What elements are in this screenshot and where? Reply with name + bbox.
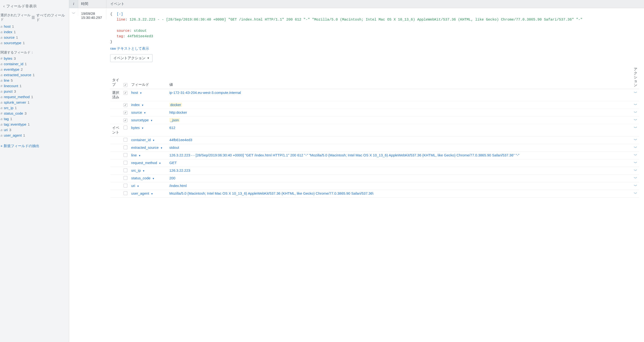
field-value[interactable]: ip-172-31-43-204.eu-west-3.compute.inter…: [169, 91, 241, 95]
field-name-dropdown[interactable]: sourcetype ▼: [131, 118, 153, 122]
sidebar-field-uri[interactable]: auri3: [0, 127, 69, 132]
field-action-dropdown[interactable]: ﹀: [634, 138, 637, 142]
field-checkbox[interactable]: [124, 111, 127, 115]
sidebar-field-index[interactable]: aindex1: [0, 29, 69, 35]
field-name-dropdown[interactable]: uri ▼: [131, 184, 139, 188]
field-name: src_ip: [4, 106, 13, 110]
field-value[interactable]: 126.3.22.223: [169, 168, 190, 173]
field-name-dropdown[interactable]: index ▼: [131, 103, 144, 107]
expand-toggle-icon[interactable]: ﹀: [72, 12, 75, 16]
field-action-dropdown[interactable]: ﹀: [634, 103, 637, 107]
field-value[interactable]: /index.html: [169, 184, 187, 188]
field-action-dropdown[interactable]: ﹀: [634, 161, 637, 165]
field-checkbox[interactable]: [124, 184, 127, 188]
field-action-dropdown[interactable]: ﹀: [634, 176, 637, 180]
field-value[interactable]: 200: [169, 176, 175, 180]
sidebar-field-tag::eventtype[interactable]: atag::eventtype1: [0, 122, 69, 127]
field-count: 1: [12, 24, 14, 29]
field-checkbox[interactable]: [124, 168, 127, 172]
field-checkbox[interactable]: [124, 145, 127, 149]
sidebar-field-request_method[interactable]: arequest_method1: [0, 94, 69, 100]
field-name-dropdown[interactable]: src_ip ▼: [131, 168, 145, 173]
field-name-dropdown[interactable]: bytes ▼: [131, 126, 144, 130]
field-action-dropdown[interactable]: ﹀: [634, 168, 637, 173]
field-checkbox[interactable]: [124, 126, 127, 129]
field-value[interactable]: 126.3.22.223 - - [28/Sep/2019:06:30:40 +…: [169, 153, 519, 157]
json-value-line[interactable]: 126.3.22.223 - - [28/Sep/2019:06:30:40 +…: [130, 18, 582, 22]
sidebar-field-extracted_source[interactable]: aextracted_source1: [0, 72, 69, 78]
field-action-dropdown[interactable]: ﹀: [634, 153, 637, 157]
caret-down-icon: ▼: [142, 169, 145, 172]
field-name: source: [4, 35, 14, 39]
sidebar-field-host[interactable]: ahost1: [0, 24, 69, 29]
field-name-dropdown[interactable]: request_method ▼: [131, 161, 161, 165]
extract-new-field-button[interactable]: + 新規フィールドの抽出: [0, 140, 69, 152]
sidebar-field-linecount[interactable]: #linecount1: [0, 83, 69, 89]
chevron-left-icon: ‹: [3, 4, 4, 8]
field-checkbox[interactable]: [124, 176, 127, 180]
field-count: 3: [9, 128, 11, 132]
all-fields-button[interactable]: ☰ すべてのフィールド: [32, 13, 66, 22]
sidebar-field-source[interactable]: asource1: [0, 35, 69, 40]
json-value-source[interactable]: stdout: [134, 29, 147, 33]
sidebar-field-src_ip[interactable]: asrc_ip1: [0, 105, 69, 111]
field-value[interactable]: GET: [169, 161, 177, 165]
field-count: 1: [10, 117, 12, 121]
field-action-dropdown[interactable]: ﹀: [634, 91, 637, 95]
sidebar-field-container_id[interactable]: acontainer_id1: [0, 61, 69, 67]
json-value-tag[interactable]: 44fb61ee4ed3: [127, 34, 153, 39]
field-checkbox[interactable]: [124, 103, 127, 107]
select-all-checkbox[interactable]: [124, 83, 127, 87]
type-cell: [110, 190, 122, 198]
sidebar-field-user_agent[interactable]: auser_agent1: [0, 132, 69, 138]
table-row: extracted_source ▼stdout﹀: [110, 144, 639, 152]
event-actions-dropdown[interactable]: イベントアクション ▼: [110, 54, 153, 62]
field-value[interactable]: http:docker: [169, 110, 187, 114]
alpha-icon: a: [0, 117, 4, 121]
sidebar-field-line[interactable]: aline5: [0, 78, 69, 83]
field-name-dropdown[interactable]: extracted_source ▼: [131, 145, 163, 149]
field-value[interactable]: 612: [169, 126, 175, 130]
field-name-dropdown[interactable]: user_agent ▼: [131, 191, 153, 195]
field-value[interactable]: _json: [169, 118, 180, 122]
hide-fields-label: フィールド非表示: [6, 4, 37, 8]
show-raw-text-link[interactable]: raw テキストとして表示: [110, 45, 149, 51]
info-column-header[interactable]: i: [69, 0, 78, 8]
field-value[interactable]: docker: [169, 103, 182, 107]
caret-down-icon: ▼: [142, 127, 144, 129]
field-value[interactable]: 44fb61ee4ed3: [169, 138, 192, 142]
field-name-dropdown[interactable]: source ▼: [131, 110, 146, 114]
sidebar-field-punct[interactable]: apunct3: [0, 89, 69, 94]
field-name-dropdown[interactable]: status_code ▼: [131, 176, 154, 180]
field-value[interactable]: stdout: [169, 145, 179, 149]
field-checkbox[interactable]: [124, 191, 127, 195]
hash-icon: #: [0, 56, 4, 60]
field-action-dropdown[interactable]: ﹀: [634, 110, 637, 114]
field-action-dropdown[interactable]: ﹀: [634, 184, 637, 188]
sidebar-field-bytes[interactable]: #bytes3: [0, 56, 69, 61]
field-action-dropdown[interactable]: ﹀: [634, 118, 637, 122]
field-name-dropdown[interactable]: container_id ▼: [131, 138, 155, 142]
field-action-dropdown[interactable]: ﹀: [634, 126, 637, 130]
field-checkbox[interactable]: [124, 161, 127, 164]
sidebar-field-eventtype[interactable]: aeventtype2: [0, 67, 69, 72]
caret-down-icon: ▼: [152, 177, 154, 180]
field-checkbox[interactable]: [124, 118, 127, 122]
sidebar-field-status_code[interactable]: #status_code3: [0, 111, 69, 116]
field-name-dropdown[interactable]: line ▼: [131, 153, 141, 157]
field-checkbox[interactable]: [124, 138, 127, 142]
event-column-header: イベント: [106, 0, 644, 8]
sidebar-field-tag[interactable]: atag1: [0, 116, 69, 122]
sidebar-field-splunk_server[interactable]: asplunk_server1: [0, 100, 69, 105]
sidebar-field-sourcetype[interactable]: asourcetype1: [0, 40, 69, 46]
field-checkbox[interactable]: [124, 91, 127, 95]
field-count: 1: [31, 95, 33, 99]
field-action-dropdown[interactable]: ﹀: [634, 145, 637, 149]
hide-fields-toggle[interactable]: ‹ フィールド非表示: [0, 0, 69, 12]
type-cell: [110, 159, 122, 167]
field-name-dropdown[interactable]: host ▼: [131, 91, 142, 95]
field-action-dropdown[interactable]: ﹀: [634, 191, 637, 195]
field-checkbox[interactable]: [124, 153, 127, 157]
field-value[interactable]: Mozilla/5.0 (Macintosh; Intel Mac OS X 1…: [169, 191, 374, 195]
json-collapse-toggle[interactable]: [-]: [117, 12, 123, 16]
